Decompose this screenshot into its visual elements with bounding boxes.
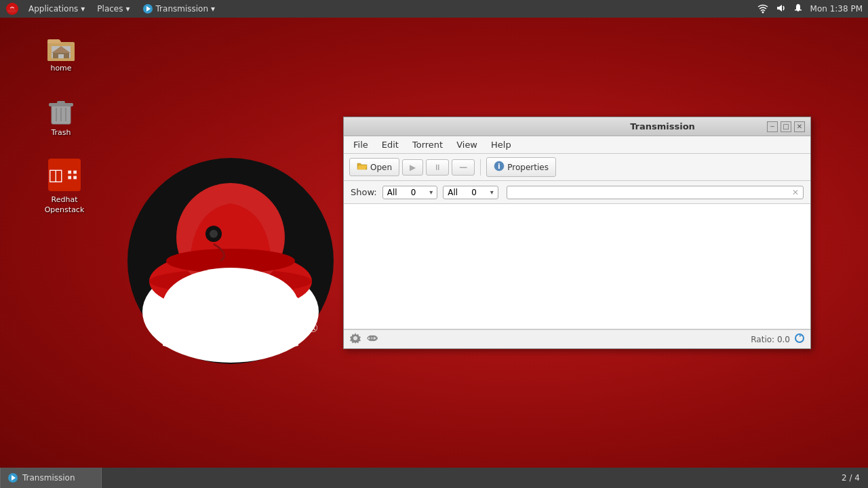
ratio-label: Ratio: 0.0 bbox=[751, 335, 790, 344]
window-title: Transmission bbox=[558, 121, 767, 131]
status-bar: Ratio: 0.0 bbox=[344, 329, 810, 348]
top-panel-left: Applications ▾ Places ▾ Transmission ▾ bbox=[5, 2, 220, 16]
svg-point-35 bbox=[353, 336, 357, 340]
search-box[interactable]: ✕ bbox=[507, 186, 804, 199]
svg-point-4 bbox=[762, 11, 764, 13]
applications-chevron: ▾ bbox=[81, 4, 85, 14]
svg-text:i: i bbox=[498, 162, 500, 171]
pause-button[interactable]: ⏸ bbox=[426, 159, 449, 176]
svg-rect-27 bbox=[66, 169, 79, 182]
svg-rect-5 bbox=[795, 9, 802, 11]
ratio-refresh-icon[interactable] bbox=[794, 333, 805, 346]
svg-rect-31 bbox=[73, 176, 77, 180]
torrent-list bbox=[344, 204, 810, 329]
desktop-icon-openstack[interactable]: Redhat Openstack bbox=[34, 156, 95, 217]
filter1-select[interactable]: All 0 ▾ bbox=[382, 186, 438, 199]
window-controls bbox=[767, 121, 805, 132]
places-chevron: ▾ bbox=[126, 4, 130, 14]
filter2-arrow: ▾ bbox=[490, 188, 494, 196]
notification-icon[interactable] bbox=[793, 3, 804, 16]
top-panel: Applications ▾ Places ▾ Transmission ▾ bbox=[0, 0, 868, 18]
clock: Mon 1:38 PM bbox=[810, 4, 863, 14]
taskbar-transmission-label: Transmission bbox=[22, 473, 75, 483]
menu-file[interactable]: File bbox=[347, 138, 375, 152]
open-button[interactable]: Open bbox=[349, 158, 399, 176]
home-folder-icon bbox=[45, 30, 77, 62]
workspace-switcher[interactable]: 2 / 4 bbox=[833, 473, 868, 483]
desktop-icon-home[interactable]: home bbox=[34, 27, 88, 75]
turtle-speed-btn[interactable] bbox=[366, 333, 379, 345]
filter1-arrow: ▾ bbox=[429, 188, 433, 196]
applications-menu[interactable]: Applications ▾ bbox=[23, 3, 90, 15]
play-icon: ▶ bbox=[410, 163, 416, 172]
filter1-value: All bbox=[387, 188, 397, 197]
search-clear-icon[interactable]: ✕ bbox=[792, 188, 799, 197]
svg-point-13 bbox=[210, 230, 218, 238]
filter2-count: 0 bbox=[471, 188, 477, 197]
menu-help[interactable]: Help bbox=[484, 138, 518, 152]
remove-button[interactable]: — bbox=[452, 159, 475, 176]
openstack-icon-label: Redhat Openstack bbox=[45, 195, 85, 214]
toolbar-separator bbox=[480, 159, 481, 176]
places-label: Places bbox=[97, 4, 123, 14]
applications-label: Applications bbox=[28, 4, 78, 14]
trash-icon bbox=[45, 94, 77, 127]
transmission-label: Transmission bbox=[156, 4, 209, 14]
desktop-icon-trash[interactable]: Trash bbox=[34, 92, 88, 140]
svg-rect-30 bbox=[68, 176, 71, 180]
svg-point-1 bbox=[7, 9, 17, 13]
network-icon[interactable] bbox=[757, 3, 768, 16]
info-icon: i bbox=[494, 161, 505, 174]
top-panel-right: Mon 1:38 PM bbox=[757, 3, 863, 16]
menu-edit[interactable]: Edit bbox=[375, 138, 406, 152]
openstack-app-icon bbox=[48, 159, 81, 191]
search-input[interactable] bbox=[511, 188, 792, 197]
transmission-panel-icon bbox=[142, 3, 153, 14]
filter2-value: All bbox=[448, 188, 458, 197]
filter-bar: Show: All 0 ▾ All 0 ▾ ✕ bbox=[344, 181, 810, 204]
redhat-logo: ® bbox=[125, 156, 336, 366]
transmission-chevron: ▾ bbox=[211, 4, 215, 14]
window-titlebar: Transmission bbox=[344, 117, 810, 136]
toolbar: Open ▶ ⏸ — i Properties bbox=[344, 154, 810, 181]
pause-icon: ⏸ bbox=[433, 163, 441, 172]
taskbar-transmission[interactable]: Transmission bbox=[0, 468, 102, 488]
properties-label: Properties bbox=[507, 163, 549, 172]
transmission-menu[interactable]: Transmission ▾ bbox=[137, 2, 221, 16]
open-folder-icon bbox=[357, 161, 368, 173]
svg-rect-29 bbox=[73, 171, 77, 174]
menu-torrent[interactable]: Torrent bbox=[406, 138, 450, 152]
svg-rect-28 bbox=[68, 171, 71, 174]
svg-rect-23 bbox=[57, 101, 65, 104]
places-menu[interactable]: Places ▾ bbox=[92, 3, 135, 15]
desktop: Applications ▾ Places ▾ Transmission ▾ bbox=[0, 0, 868, 488]
filter1-count: 0 bbox=[411, 188, 416, 197]
sound-icon[interactable] bbox=[775, 3, 786, 16]
taskbar-transmission-icon bbox=[7, 472, 18, 483]
play-button[interactable]: ▶ bbox=[402, 159, 423, 176]
properties-button[interactable]: i Properties bbox=[486, 157, 556, 177]
status-right: Ratio: 0.0 bbox=[751, 333, 805, 346]
menu-bar: File Edit Torrent View Help bbox=[344, 136, 810, 154]
transmission-window: Transmission File Edit Torrent View Help bbox=[343, 117, 811, 349]
open-label: Open bbox=[370, 163, 392, 172]
trash-icon-label: Trash bbox=[51, 128, 71, 137]
svg-point-36 bbox=[368, 338, 370, 340]
filter2-select[interactable]: All 0 ▾ bbox=[443, 186, 498, 199]
close-button[interactable] bbox=[794, 121, 805, 132]
bottom-panel: Transmission 2 / 4 bbox=[0, 468, 868, 488]
menu-view[interactable]: View bbox=[450, 138, 484, 152]
gear-status-btn[interactable] bbox=[349, 332, 361, 346]
show-label: Show: bbox=[351, 187, 377, 197]
home-icon-label: home bbox=[50, 64, 71, 73]
maximize-button[interactable] bbox=[781, 121, 791, 132]
svg-text:®: ® bbox=[309, 321, 318, 335]
minimize-button[interactable] bbox=[767, 121, 778, 132]
status-left bbox=[349, 332, 379, 346]
remove-icon: — bbox=[459, 163, 467, 172]
